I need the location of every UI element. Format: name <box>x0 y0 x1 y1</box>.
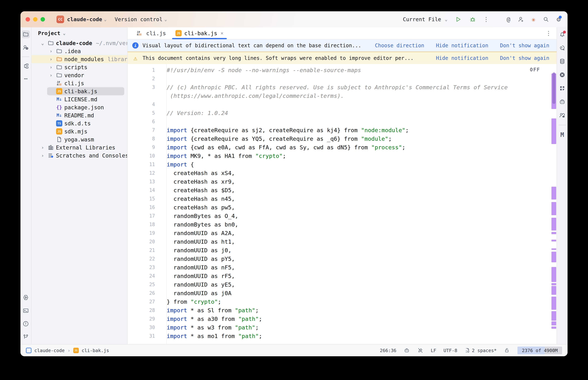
scrollbar-mark <box>551 240 556 242</box>
tree-item-label: README.md <box>64 112 94 119</box>
pull-requests-tool-button[interactable]: ? <box>22 43 30 52</box>
left-tool-stripe: ? ⋯ <box>20 27 31 344</box>
notification-link[interactable]: Don't show again <box>500 42 549 49</box>
folder-icon <box>46 40 55 46</box>
database-tool-button[interactable] <box>558 57 566 65</box>
tab-cli-bak-js[interactable]: JS cli-bak.js × <box>171 28 228 39</box>
plugin-tool-button[interactable] <box>558 84 566 92</box>
js-icon: JS <box>55 88 63 94</box>
search-everywhere-button[interactable] <box>542 15 550 23</box>
structure-tool-button[interactable] <box>22 62 30 70</box>
problems-tool-button[interactable] <box>22 320 30 328</box>
chevron-down-icon: ⌄ <box>445 17 447 22</box>
debug-button[interactable] <box>469 15 477 23</box>
info-icon: i <box>132 42 139 49</box>
version-control-tool-button[interactable] <box>22 333 30 341</box>
tree-item-scripts[interactable]: ›scripts <box>31 63 127 71</box>
tree-item-vendor[interactable]: ›vendor <box>31 71 127 79</box>
line-ending-widget[interactable]: LF <box>431 348 436 353</box>
line-content: createHash as $D5, <box>155 186 235 194</box>
indent-widget[interactable]: 2 spaces* <box>465 348 497 353</box>
notification-link[interactable]: Hide notification <box>436 55 488 61</box>
tab-close-icon[interactable]: × <box>221 31 223 36</box>
tab-options-button[interactable]: ⋮ <box>546 30 557 37</box>
chevron-right-icon[interactable]: › <box>47 73 55 78</box>
tree-item-license-md[interactable]: M↓LICENSE.md <box>31 95 127 103</box>
line-content <box>155 100 167 109</box>
more-tool-windows-button[interactable]: ⋯ <box>24 75 27 82</box>
chevron-down-icon[interactable]: ⌄ <box>39 40 46 46</box>
project-menu[interactable]: claude-code <box>67 16 102 22</box>
code-editor[interactable]: 1#!/usr/bin/env -S node --no-warnings --… <box>127 64 557 344</box>
services-tool-button[interactable] <box>22 293 30 302</box>
code-line: 11import { <box>127 160 557 169</box>
tree-item-cli-js[interactable]: 100JScli.js <box>31 79 127 87</box>
zoom-window-button[interactable] <box>41 17 45 21</box>
scrollbar-mark <box>551 218 556 230</box>
tree-item-yoga-wasm[interactable]: yoga.wasm <box>31 135 127 143</box>
memory-indicator[interactable]: 2376 of 4900M <box>517 347 562 354</box>
version-control-menu[interactable]: Version control <box>115 16 163 22</box>
community-chat-tool-button[interactable] <box>558 111 566 119</box>
ai-status-button[interactable] <box>404 347 410 354</box>
notification-link[interactable]: Choose direction <box>375 42 424 49</box>
chevron-right-icon[interactable]: › <box>47 57 55 62</box>
ai-mention-button[interactable]: @ <box>507 16 510 23</box>
tree-item-external-libraries[interactable]: ›External Libraries <box>31 143 127 152</box>
breadcrumb: claude-code › JS cli-bak.js <box>26 348 109 353</box>
notification-link[interactable]: Hide notification <box>436 42 488 49</box>
caret-position-widget[interactable]: 266:36 <box>380 348 396 353</box>
markdown-tool-button[interactable]: M <box>558 131 566 139</box>
line-number: 6 <box>127 117 155 126</box>
x-circle-icon <box>559 72 565 78</box>
project-panel-header[interactable]: Project ⌄ <box>31 27 127 39</box>
chevron-right-icon[interactable]: › <box>39 153 46 158</box>
run-button[interactable] <box>454 15 462 23</box>
project-tool-button[interactable] <box>22 30 30 38</box>
run-configuration-select[interactable]: Current File ⌄ <box>403 16 447 22</box>
codegpt-tool-button[interactable] <box>558 98 566 106</box>
ts-file-icon: TS <box>56 120 62 127</box>
tree-item-package-json[interactable]: {}package.json <box>31 103 127 111</box>
tab-cli-js[interactable]: 100JS cli.js <box>130 28 171 39</box>
minimize-window-button[interactable] <box>33 17 38 21</box>
line-content: import MK9, * as HA1 from "crypto"; <box>155 152 286 160</box>
bug-icon <box>470 16 476 22</box>
line-number: 1 <box>127 66 155 75</box>
tree-item-sdk-d-ts[interactable]: TSsdk.d.ts <box>31 119 127 127</box>
tree-item-readme-md[interactable]: M↓README.md <box>31 111 127 119</box>
scrollbar-thumb[interactable] <box>552 73 555 104</box>
settings-button[interactable]: ⚙ <box>557 16 561 23</box>
more-actions-button[interactable]: ⋮ <box>483 16 489 23</box>
close-window-button[interactable] <box>26 17 30 21</box>
ai-chat-tool-button[interactable] <box>558 44 566 52</box>
tree-item-label: External Libraries <box>56 144 115 151</box>
editor-scrollbar[interactable] <box>551 64 557 344</box>
tree-item-scratches-and-consoles[interactable]: ›Scratches and Consoles <box>31 152 127 159</box>
code-line: 3// (c) Anthropic PBC. All rights reserv… <box>127 83 557 92</box>
chevron-right-icon[interactable]: › <box>39 145 46 150</box>
breadcrumb-file[interactable]: cli-bak.js <box>82 348 109 353</box>
encoding-widget[interactable]: UTF-8 <box>444 348 457 353</box>
tree-item-node-modules[interactable]: ›node_moduleslibrary <box>31 55 127 63</box>
chevron-right-icon[interactable]: › <box>47 65 55 70</box>
notification-link[interactable]: Don't show again <box>500 55 549 61</box>
tree-item-sdk-mjs[interactable]: JSsdk.mjs <box>31 127 127 135</box>
add-user-button[interactable] <box>517 15 525 23</box>
md-icon: M↓ <box>55 113 63 118</box>
tree-item-label: .idea <box>64 48 81 54</box>
breadcrumb-project[interactable]: claude-code <box>34 348 65 353</box>
inspection-widget[interactable]: OFF <box>530 67 540 73</box>
terminal-tool-button[interactable] <box>22 307 30 315</box>
lock-toggle-button[interactable] <box>504 347 510 354</box>
chevron-right-icon[interactable]: › <box>47 49 55 54</box>
x-tool-button[interactable] <box>558 71 566 79</box>
readonly-toggle-button[interactable] <box>417 347 423 354</box>
tree-item-claude-code[interactable]: ⌄claude-code~/.nvm/vers <box>31 39 127 47</box>
markdown-file-icon: M↓ <box>57 97 62 102</box>
tree-item-cli-bak-js[interactable]: JScli-bak.js <box>47 87 124 95</box>
tree-item--idea[interactable]: ›.idea <box>31 47 127 55</box>
ai-assistant-button[interactable]: ✳ <box>531 16 536 23</box>
notifications-button[interactable] <box>558 30 566 38</box>
settings-notification-dot <box>559 16 562 19</box>
